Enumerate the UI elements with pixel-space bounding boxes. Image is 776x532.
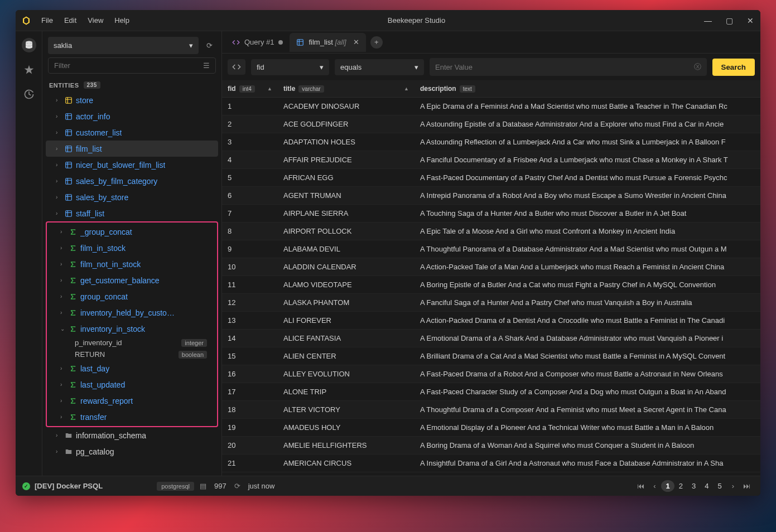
column-header-fid[interactable]: fidint4▲ [222,80,278,97]
sidebar-item-transfer[interactable]: ›transfer [47,409,217,425]
sidebar-item-staff_list[interactable]: ›staff_list [42,205,221,221]
page-2[interactable]: 2 [674,480,687,492]
database-icon[interactable] [22,38,36,52]
table-row[interactable]: 18ALTER VICTORYA Thoughtful Drama of a C… [222,401,760,419]
sidebar-item-inventory_in_stock[interactable]: ⌄inventory_in_stock [47,321,217,337]
table-row[interactable]: 2ACE GOLDFINGERA Astounding Epistle of a… [222,115,760,133]
sidebar-item-get_customer_balance[interactable]: ›get_customer_balance [47,272,217,288]
page-last-icon[interactable]: ⏭ [740,480,754,492]
star-icon[interactable] [22,62,36,77]
table-row[interactable]: 13ALI FOREVERA Action-Packed Drama of a … [222,312,760,330]
filter-icon[interactable]: ☰ [203,61,210,70]
refresh-icon[interactable]: ⟳ [234,482,240,490]
sidebar-item-pg_catalog[interactable]: ›pg_catalog [42,443,221,460]
refresh-icon[interactable]: ⟳ [203,38,216,53]
sort-icon[interactable]: ▲ [267,86,272,91]
filter-operator-select[interactable]: equals ▾ [335,59,424,75]
cell-description: A Emotional Drama of a A Shark And a Dat… [414,331,760,346]
sidebar-item-last_day[interactable]: ›last_day [47,360,217,376]
cell-description: A Action-Packed Tale of a Man And a Lumb… [414,259,760,274]
menu-file[interactable]: File [41,16,53,25]
table-row[interactable]: 11ALAMO VIDEOTAPEA Boring Epistle of a B… [222,276,760,294]
filter-value-field[interactable] [435,63,694,71]
table-row[interactable]: 14ALICE FANTASIAA Emotional Drama of a A… [222,330,760,347]
last-run-time: just now [248,482,275,490]
sort-icon[interactable]: ▲ [404,86,409,91]
table-row[interactable]: 7AIRPLANE SIERRAA Touching Saga of a Hun… [222,205,760,223]
clear-icon[interactable]: ⓧ [694,62,701,72]
table-row[interactable]: 4AFFAIR PREJUDICEA Fanciful Documentary … [222,151,760,169]
page-1[interactable]: 1 [661,480,674,492]
database-selector[interactable]: saklia ▾ [48,37,199,54]
menu-view[interactable]: View [88,16,103,25]
add-tab-button[interactable]: + [370,36,383,49]
close-icon[interactable]: ✕ [746,16,755,25]
sidebar-item-customer_list[interactable]: ›customer_list [42,124,221,141]
table-row[interactable]: 17ALONE TRIPA Fast-Paced Character Study… [222,383,760,401]
table-row[interactable]: 12ALASKA PHANTOMA Fanciful Saga of a Hun… [222,294,760,312]
sidebar-item-group_concat[interactable]: ›group_concat [47,288,217,304]
sidebar-item-film_list[interactable]: ›film_list [46,141,218,157]
page-first-icon[interactable]: ⏮ [634,480,648,492]
cell-description: A Intrepid Panorama of a Robot And a Boy… [414,188,760,203]
sidebar-item-label: information_schema [76,431,146,440]
column-name: description [420,85,456,93]
row-count: 997 [214,482,226,490]
sidebar-item-sales_by_film_category[interactable]: ›sales_by_film_category [42,173,221,189]
table-row[interactable]: 21AMERICAN CIRCUSA Insightful Drama of a… [222,454,760,472]
page-5[interactable]: 5 [713,480,726,492]
tab-icon [232,38,240,46]
chevron-right-icon: › [56,210,61,216]
page-prev-icon[interactable]: ‹ [650,480,659,492]
filter-column-select[interactable]: fid ▾ [251,59,329,75]
tab-query-#1[interactable]: Query #1 [225,33,290,52]
table-row[interactable]: 9ALABAMA DEVILA Thoughtful Panorama of a… [222,240,760,258]
sidebar-item-inventory_held_by_custo…[interactable]: ›inventory_held_by_custo… [47,304,217,321]
history-icon[interactable] [22,87,36,101]
table-row[interactable]: 20AMELIE HELLFIGHTERSA Boring Drama of a… [222,437,760,454]
cell-fid: 10 [222,259,278,274]
maximize-icon[interactable]: ▢ [725,16,734,25]
page-next-icon[interactable]: › [729,480,738,492]
cell-description: A Boring Epistle of a Butler And a Cat w… [414,277,760,292]
filter-value-input[interactable]: ⓧ [430,58,707,76]
sidebar-item-last_updated[interactable]: ›last_updated [47,376,217,393]
column-header-description[interactable]: descriptiontext [414,80,760,97]
entity-filter[interactable]: ☰ [48,57,216,74]
table-row[interactable]: 16ALLEY EVOLUTIONA Fast-Paced Drama of a… [222,365,760,383]
table-row[interactable]: 10ALADDIN CALENDARA Action-Packed Tale o… [222,258,760,276]
table-row[interactable]: 8AIRPORT POLLOCKA Epic Tale of a Moose A… [222,223,760,240]
table-row[interactable]: 5AFRICAN EGGA Fast-Paced Documentary of … [222,169,760,187]
sidebar-item-rewards_report[interactable]: ›rewards_report [47,393,217,409]
cell-description: A Touching Saga of a Hunter And a Butler… [414,206,760,221]
table-row[interactable]: 15ALIEN CENTERA Brilliant Drama of a Cat… [222,347,760,365]
minimize-icon[interactable]: — [703,16,712,25]
page-3[interactable]: 3 [687,480,700,492]
cell-fid: 9 [222,241,278,257]
tab-close-icon[interactable]: ✕ [353,38,359,46]
chevron-icon: › [60,229,66,235]
page-4[interactable]: 4 [700,480,713,492]
code-toggle-icon[interactable] [228,59,245,75]
menu-edit[interactable]: Edit [64,16,76,25]
cell-description: A Astounding Epistle of a Database Admin… [414,117,760,132]
cell-title: AIRPLANE SIERRA [278,206,414,221]
sidebar-item-film_in_stock[interactable]: ›film_in_stock [47,240,217,256]
table-row[interactable]: 1ACADEMY DINOSAURA Epic Drama of a Femin… [222,98,760,115]
sidebar-item-film_not_in_stock[interactable]: ›film_not_in_stock [47,256,217,272]
sidebar-item-store[interactable]: ›store [42,92,221,108]
tab-film_list[interactable]: film_list [all]✕ [290,33,365,52]
sidebar-item-sales_by_store[interactable]: ›sales_by_store [42,189,221,205]
sidebar-item-_group_concat[interactable]: ›_group_concat [47,224,217,240]
entity-filter-input[interactable] [54,61,203,70]
sidebar-item-actor_info[interactable]: ›actor_info [42,108,221,124]
table-row[interactable]: 3ADAPTATION HOLESA Astounding Reflection… [222,133,760,151]
sidebar-item-nicer_but_slower_film_list[interactable]: ›nicer_but_slower_film_list [42,157,221,173]
table-row[interactable]: 6AGENT TRUMANA Intrepid Panorama of a Ro… [222,187,760,205]
search-button[interactable]: Search [712,59,755,76]
menu-help[interactable]: Help [114,16,129,25]
sidebar-item-information_schema[interactable]: ›information_schema [42,427,221,443]
table-row[interactable]: 19AMADEUS HOLYA Emotional Display of a P… [222,419,760,437]
column-header-title[interactable]: titlevarchar▲ [278,80,414,97]
cell-description: A Epic Drama of a Feminist And a Mad Sci… [414,99,760,114]
